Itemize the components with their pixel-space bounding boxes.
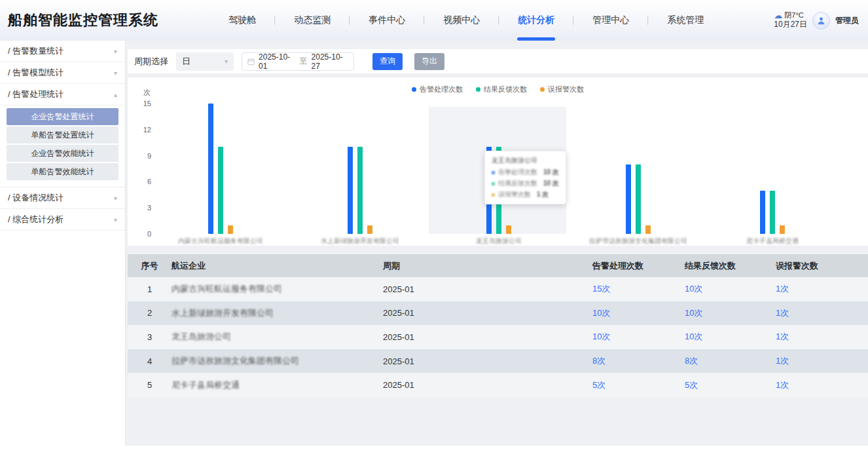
search-button[interactable]: 查询 xyxy=(372,53,403,70)
cell-handled-link[interactable]: 10次 xyxy=(592,307,685,319)
footer-strip xyxy=(0,446,868,458)
tooltip-dot xyxy=(492,193,495,197)
table-row[interactable]: 3龙王岛旅游公司2025-0110次10次1次 xyxy=(128,325,868,349)
legend-label: 误报警次数 xyxy=(548,85,584,94)
tooltip-dot xyxy=(492,171,495,174)
bar-结果反馈次数-5[interactable] xyxy=(770,191,775,234)
cell-false-alarm-link[interactable]: 1次 xyxy=(776,331,868,343)
app-title: 船舶智能监控管理系统 xyxy=(0,10,158,30)
bar-chart: 告警处理次数结果反馈次数误报警次数次03691215内蒙古兴旺航运服务有限公司水… xyxy=(128,77,868,246)
main-nav: 驾驶舱动态监测事件中心视频中心统计分析管理中心系统管理 xyxy=(162,0,770,41)
legend-label: 结果反馈次数 xyxy=(484,85,527,94)
user-name[interactable]: 管理员 xyxy=(835,15,859,26)
bar-结果反馈次数-2[interactable] xyxy=(357,147,363,234)
cell-false-alarm-link[interactable]: 1次 xyxy=(776,379,868,391)
bar-结果反馈次数-1[interactable] xyxy=(218,147,223,234)
tooltip-title: 龙王岛旅游公司 xyxy=(492,156,559,165)
tooltip-row-1: 告警处理次数10 次 xyxy=(492,168,559,177)
bar-误报警次数-4[interactable] xyxy=(645,225,651,234)
table-row[interactable]: 5尼卡子县局桥交通2025-015次5次1次 xyxy=(128,373,868,397)
sidebar-group-5[interactable]: / 综合统计分析▾ xyxy=(0,209,125,231)
x-axis-label-5: 尼卡子县局桥交通 xyxy=(714,237,831,246)
sidebar-item-3-1[interactable]: 企业告警处置统计 xyxy=(7,108,118,125)
nav-tab-3[interactable]: 事件中心 xyxy=(352,0,422,41)
tooltip-label: 告警处理次数 xyxy=(498,168,537,177)
cell-feedback-link[interactable]: 5次 xyxy=(685,379,776,391)
legend-dot xyxy=(540,87,545,92)
sidebar-group-3[interactable]: / 告警处理统计▴ xyxy=(0,84,125,105)
date-separator: 至 xyxy=(300,56,308,67)
date-start: 2025-10-01 xyxy=(259,52,295,71)
bar-误报警次数-1[interactable] xyxy=(228,225,233,234)
bar-误报警次数-3[interactable] xyxy=(506,225,511,234)
sidebar-group-label: / 告警模型统计 xyxy=(8,67,63,79)
legend-dot xyxy=(476,87,480,92)
cell-feedback-link[interactable]: 10次 xyxy=(685,283,776,295)
cloud-icon: ☁ xyxy=(774,11,782,20)
cell-handled-link[interactable]: 15次 xyxy=(592,283,685,295)
sidebar: / 告警数量统计▾/ 告警模型统计▾/ 告警处理统计▴企业告警处置统计单船告警处… xyxy=(0,41,126,446)
legend-label: 告警处理次数 xyxy=(420,85,463,94)
tooltip-value: 1 次 xyxy=(537,190,549,199)
legend-item-2[interactable]: 结果反馈次数 xyxy=(476,85,527,94)
cell-false-alarm-link[interactable]: 1次 xyxy=(776,283,868,295)
export-button[interactable]: 导出 xyxy=(414,53,444,70)
page: 船舶智能监控管理系统 驾驶舱动态监测事件中心视频中心统计分析管理中心系统管理 ☁… xyxy=(0,0,868,458)
nav-tab-7[interactable]: 系统管理 xyxy=(650,0,721,41)
period-select-value: 日 xyxy=(182,56,190,67)
nav-tab-1[interactable]: 驾驶舱 xyxy=(211,0,273,41)
column-header-3: 周期 xyxy=(383,260,592,272)
cell-feedback-link[interactable]: 8次 xyxy=(685,355,776,367)
sidebar-group-1[interactable]: / 告警数量统计▾ xyxy=(0,41,125,62)
bar-告警处理次数-5[interactable] xyxy=(760,191,765,234)
column-header-6: 误报警次数 xyxy=(776,260,868,272)
table-row[interactable]: 1内蒙古兴旺航运服务有限公司2025-0115次10次1次 xyxy=(128,277,868,301)
cell-false-alarm-link[interactable]: 1次 xyxy=(776,307,868,319)
table-row[interactable]: 4拉萨市达孜旅游文化集团有限公司2025-018次8次1次 xyxy=(128,349,868,373)
bar-误报警次数-2[interactable] xyxy=(367,225,372,234)
period-label: 周期选择 xyxy=(134,56,168,67)
x-axis-label-4: 拉萨市达孜旅游文化集团有限公司 xyxy=(579,237,697,246)
nav-tab-6[interactable]: 管理中心 xyxy=(575,0,646,41)
sidebar-group-4[interactable]: / 设备情况统计▾ xyxy=(0,187,125,209)
nav-tab-4[interactable]: 视频中心 xyxy=(426,0,497,41)
bar-结果反馈次数-4[interactable] xyxy=(636,164,641,234)
chevron-down-icon: ▾ xyxy=(114,195,117,202)
x-axis-label-2: 水上新绿旅游开发有限公司 xyxy=(301,237,419,246)
sidebar-group-2[interactable]: / 告警模型统计▾ xyxy=(0,62,125,84)
user-avatar[interactable] xyxy=(812,12,830,29)
cell-handled-link[interactable]: 5次 xyxy=(592,379,685,391)
cell-period: 2025-01 xyxy=(383,380,592,390)
cell-feedback-link[interactable]: 10次 xyxy=(685,307,776,319)
cell-index: 5 xyxy=(128,380,172,390)
bar-告警处理次数-2[interactable] xyxy=(348,147,353,234)
bar-误报警次数-5[interactable] xyxy=(780,225,785,234)
sidebar-item-3-4[interactable]: 单船告警效能统计 xyxy=(7,163,118,180)
tooltip-label: 误报警次数 xyxy=(498,190,531,199)
weather-condition-temp: 阴7°C xyxy=(784,11,803,20)
nav-tab-2[interactable]: 动态监测 xyxy=(277,0,348,41)
date-range-picker[interactable]: 2025-10-01 至 2025-10-27 xyxy=(242,52,354,71)
cell-handled-link[interactable]: 8次 xyxy=(592,355,685,367)
cell-false-alarm-link[interactable]: 1次 xyxy=(776,355,868,367)
sidebar-item-3-3[interactable]: 企业告警效能统计 xyxy=(7,145,118,162)
cell-period: 2025-01 xyxy=(383,356,592,366)
sidebar-item-3-2[interactable]: 单船告警处置统计 xyxy=(7,126,118,143)
cell-period: 2025-01 xyxy=(383,332,592,342)
bar-告警处理次数-1[interactable] xyxy=(208,104,213,234)
legend-item-1[interactable]: 告警处理次数 xyxy=(412,85,463,94)
table-row[interactable]: 2水上新绿旅游开发有限公司2025-0110次10次1次 xyxy=(128,301,868,326)
chevron-down-icon: ▾ xyxy=(114,48,117,55)
cell-company: 尼卡子县局桥交通 xyxy=(172,379,383,391)
main-content: 周期选择 日 ▾ 2025-10-01 至 2025-10-27 xyxy=(126,41,868,446)
tooltip-value: 10 次 xyxy=(543,168,559,177)
legend-item-3[interactable]: 误报警次数 xyxy=(540,85,584,94)
period-select[interactable]: 日 ▾ xyxy=(176,52,234,71)
chevron-down-icon: ▾ xyxy=(225,58,228,65)
bar-告警处理次数-4[interactable] xyxy=(626,164,631,234)
cell-feedback-link[interactable]: 10次 xyxy=(685,331,776,343)
nav-tab-5[interactable]: 统计分析 xyxy=(501,0,571,41)
table-header-row: 序号航运企业周期告警处理次数结果反馈次数误报警次数 xyxy=(128,254,868,277)
x-axis-label-1: 内蒙古兴旺航运服务有限公司 xyxy=(162,237,280,246)
cell-handled-link[interactable]: 10次 xyxy=(592,331,685,343)
